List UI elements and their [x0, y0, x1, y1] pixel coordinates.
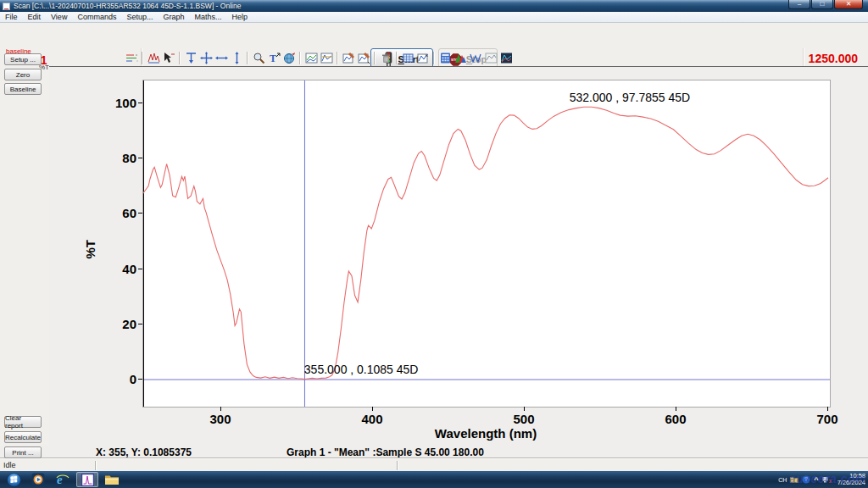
taskbar-apps: e: [0, 472, 123, 487]
scale-horizontal-icon[interactable]: [214, 51, 229, 65]
calculator-icon[interactable]: [437, 51, 453, 65]
menu-view[interactable]: View: [46, 12, 72, 22]
trace-preferences-icon[interactable]: [124, 51, 139, 65]
transmission-curve: [143, 107, 828, 379]
close-icon[interactable]: ✕: [834, 0, 863, 9]
spectrum-svg: [143, 80, 830, 407]
divider: [95, 461, 97, 470]
windows-start-icon[interactable]: [3, 472, 25, 487]
text-annotation-icon[interactable]: T: [266, 51, 281, 65]
x-tick-label: 500: [503, 412, 545, 426]
control-bar: baseline -0.0041 %T Start STOP Stop 1250…: [0, 23, 868, 49]
cursor-annotation: 532.000 , 97.7855 45D: [570, 91, 690, 104]
overlay-graphs-icon[interactable]: [319, 51, 334, 65]
3d-view-icon[interactable]: [498, 51, 514, 65]
cursor-status-strip: X: 355, Y: 0.1085375 Graph 1 - "Mean" :S…: [0, 446, 868, 458]
media-player-icon[interactable]: [27, 472, 49, 487]
x-tick-label: 400: [351, 412, 393, 426]
file-explorer-icon[interactable]: [101, 472, 123, 487]
x-tick: [220, 407, 221, 411]
menu-edit[interactable]: Edit: [23, 12, 47, 22]
cursor-track-icon[interactable]: [161, 51, 176, 65]
single-trace-icon[interactable]: [483, 51, 498, 65]
status-bar: Idle: [0, 458, 868, 472]
pan-free-icon[interactable]: [198, 51, 214, 65]
menu-setup[interactable]: Setup...: [121, 12, 158, 22]
toolbar-separator: [433, 52, 435, 64]
y-tick-label: 0: [108, 372, 136, 386]
clear-report-button[interactable]: Clear report: [4, 416, 42, 428]
y-tick-label: 20: [108, 317, 136, 331]
toolbar-separator: [247, 52, 248, 64]
x-tick: [372, 407, 373, 411]
axes-pointer-icon[interactable]: [183, 51, 198, 65]
x-tick-label: 700: [806, 412, 849, 426]
menu-commands[interactable]: Commands: [72, 12, 121, 22]
toolbar: Tx: [124, 49, 868, 66]
application-window: Scan [C:\...\1-202407010-HR355AR532 1064…: [0, 0, 868, 488]
toolbar-separator: [142, 52, 143, 64]
x-tick-label: 600: [654, 412, 697, 426]
toolbar-separator: [299, 52, 301, 64]
y-tick: [138, 269, 142, 269]
y-tick-label: 100: [108, 96, 136, 110]
y-tick: [138, 213, 142, 214]
chart-panel: %T Wavelength (nm) 020406080100300400500…: [49, 66, 868, 446]
toolbar-separator: [179, 52, 181, 64]
x-tick-label: 300: [199, 412, 242, 426]
divider: [397, 461, 398, 470]
language-indicator[interactable]: CH: [778, 477, 787, 483]
y-tick-label: 60: [108, 206, 136, 220]
instrument-state: Idle: [3, 461, 16, 469]
maximize-icon[interactable]: □: [811, 0, 833, 9]
cursor-annotation: 355.000 , 0.1085 45D: [304, 363, 419, 376]
y-axis-title: %T: [83, 222, 97, 259]
graph-info-readout: Graph 1 - "Mean" :Sample S 45.00 180.00: [287, 446, 484, 458]
y-tick: [138, 158, 142, 158]
app-icon: [3, 3, 10, 10]
x-tick: [524, 407, 525, 411]
resize-graph-icon[interactable]: [400, 51, 415, 65]
menu-maths[interactable]: Maths...: [189, 12, 226, 22]
pick-graph-icon[interactable]: [356, 51, 371, 65]
autoscale-icon[interactable]: x: [415, 51, 431, 65]
window-title: Scan [C:\...\1-202407010-HR355AR532 1064…: [14, 2, 241, 10]
spectrum-plot[interactable]: [142, 80, 831, 408]
y-tick: [138, 103, 142, 103]
x-tick: [827, 407, 828, 411]
svg-text:e: e: [57, 473, 63, 486]
spectra-overlay-icon[interactable]: [468, 51, 483, 65]
y-tick-label: 40: [108, 262, 136, 276]
menu-file[interactable]: File: [0, 12, 23, 22]
add-graph-icon[interactable]: [341, 51, 356, 65]
y-tick-label: 80: [108, 151, 136, 165]
graph-peaks-icon[interactable]: [146, 51, 161, 65]
y-tick: [138, 324, 142, 324]
cursor-position-readout: X: 355, Y: 0.1085375: [96, 446, 192, 458]
recalculate-button[interactable]: Recalculate: [4, 431, 42, 443]
scale-vertical-icon[interactable]: [229, 51, 244, 65]
toolbar-separator: [396, 52, 398, 64]
svg-text:T: T: [270, 53, 276, 64]
minimize-icon[interactable]: –: [788, 0, 810, 9]
print-button[interactable]: Print ...: [4, 446, 42, 458]
colour-3d-graph-icon[interactable]: [453, 51, 468, 65]
toolbar-separator: [374, 52, 376, 64]
zoom-icon[interactable]: [251, 51, 266, 65]
toolbar-separator: [337, 52, 338, 64]
tile-graphs-icon[interactable]: [303, 51, 319, 65]
taskbar: e CH ? ^ x 10:58 7/26/2024: [0, 471, 868, 488]
delete-graph-icon[interactable]: [378, 51, 393, 65]
goto-wavelength-icon[interactable]: [281, 51, 297, 65]
x-axis-title: Wavelength (nm): [142, 426, 829, 441]
x-tick: [676, 407, 676, 411]
internet-explorer-icon[interactable]: e: [52, 472, 74, 487]
scan-app-icon[interactable]: [76, 472, 98, 487]
menu-graph[interactable]: Graph: [158, 12, 189, 22]
setup-button[interactable]: Setup ...: [4, 53, 42, 65]
baseline-button[interactable]: Baseline: [4, 83, 42, 95]
menu-help[interactable]: Help: [226, 12, 253, 22]
window-controls: – □ ✕: [787, 0, 863, 9]
y-tick: [138, 379, 142, 380]
zero-button[interactable]: Zero: [4, 69, 42, 80]
